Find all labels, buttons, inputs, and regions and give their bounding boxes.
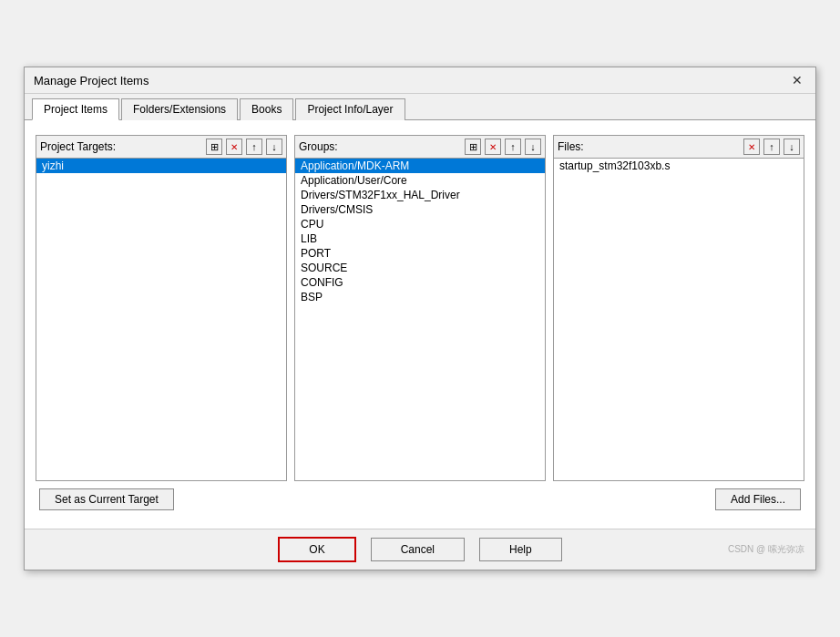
list-item[interactable]: PORT (295, 246, 545, 261)
tab-books[interactable]: Books (240, 98, 293, 120)
tabs-bar: Project Items Folders/Extensions Books P… (25, 94, 815, 120)
ok-button[interactable]: OK (278, 537, 355, 562)
list-item[interactable]: startup_stm32f103xb.s (554, 159, 804, 173)
files-list: startup_stm32f103xb.s (554, 159, 804, 480)
groups-list: Application/MDK-ARMApplication/User/Core… (295, 159, 545, 480)
content-area: Project Targets: yizhi Groups: (25, 120, 815, 529)
bottom-left-buttons: Set as Current Target (39, 488, 174, 510)
close-button[interactable]: ✕ (788, 73, 806, 87)
delete-icon (230, 142, 238, 152)
project-targets-panel: Project Targets: yizhi (36, 135, 287, 481)
files-title: Files: (558, 140, 740, 153)
new-icon (210, 141, 219, 153)
down-icon (789, 141, 794, 152)
list-item[interactable]: Application/MDK-ARM (295, 159, 545, 173)
targets-down-button[interactable] (266, 139, 282, 155)
targets-title: Project Targets: (40, 140, 202, 153)
list-item[interactable]: Drivers/STM32F1xx_HAL_Driver (295, 188, 545, 202)
files-up-button[interactable] (763, 139, 780, 155)
targets-list: yizhi (36, 159, 286, 480)
files-delete-button[interactable] (743, 139, 760, 155)
up-icon (251, 141, 257, 152)
delete-icon (489, 142, 497, 152)
down-icon (271, 141, 277, 152)
files-panel: Files: startup_stm32f103xb.s (553, 135, 804, 481)
manage-project-dialog: Manage Project Items ✕ Project Items Fol… (24, 67, 816, 570)
add-files-button[interactable]: Add Files... (715, 488, 801, 510)
bottom-right-buttons: Add Files... (715, 488, 801, 510)
groups-title: Groups: (299, 140, 461, 153)
targets-header: Project Targets: (36, 136, 286, 159)
title-bar: Manage Project Items ✕ (25, 67, 815, 94)
new-icon (469, 141, 477, 153)
targets-delete-button[interactable] (226, 139, 242, 155)
tab-folders-extensions[interactable]: Folders/Extensions (121, 98, 238, 120)
targets-new-button[interactable] (206, 139, 222, 155)
set-current-target-button[interactable]: Set as Current Target (39, 488, 174, 510)
up-icon (769, 141, 774, 152)
files-down-button[interactable] (784, 139, 800, 155)
groups-new-button[interactable] (465, 139, 481, 155)
cancel-button[interactable]: Cancel (371, 538, 465, 561)
files-header: Files: (554, 136, 804, 159)
footer: OK Cancel Help CSDN @ 嗦光弥凉 (25, 529, 815, 570)
dialog-title: Manage Project Items (34, 74, 149, 87)
list-item[interactable]: LIB (295, 231, 545, 246)
list-item[interactable]: SOURCE (295, 261, 545, 275)
groups-down-button[interactable] (525, 139, 541, 155)
tab-project-info-layer[interactable]: Project Info/Layer (295, 98, 405, 120)
list-item[interactable]: yizhi (36, 159, 286, 173)
down-icon (530, 141, 536, 152)
groups-header: Groups: (295, 136, 545, 159)
list-item[interactable]: Application/User/Core (295, 173, 545, 188)
list-item[interactable]: Drivers/CMSIS (295, 202, 545, 217)
help-button[interactable]: Help (479, 538, 562, 561)
targets-up-button[interactable] (246, 139, 262, 155)
delete-icon (748, 142, 755, 152)
list-item[interactable]: BSP (295, 290, 545, 304)
groups-delete-button[interactable] (485, 139, 501, 155)
up-icon (510, 141, 516, 152)
list-item[interactable]: CONFIG (295, 275, 545, 290)
list-item[interactable]: CPU (295, 217, 545, 231)
bottom-buttons: Set as Current Target Add Files... (36, 481, 804, 514)
groups-panel: Groups: Application/MDK-ARMApplication/U… (294, 135, 546, 481)
tab-project-items[interactable]: Project Items (32, 98, 119, 120)
panels-row: Project Targets: yizhi Groups: (36, 135, 804, 481)
watermark: CSDN @ 嗦光弥凉 (728, 543, 804, 556)
groups-up-button[interactable] (505, 139, 521, 155)
